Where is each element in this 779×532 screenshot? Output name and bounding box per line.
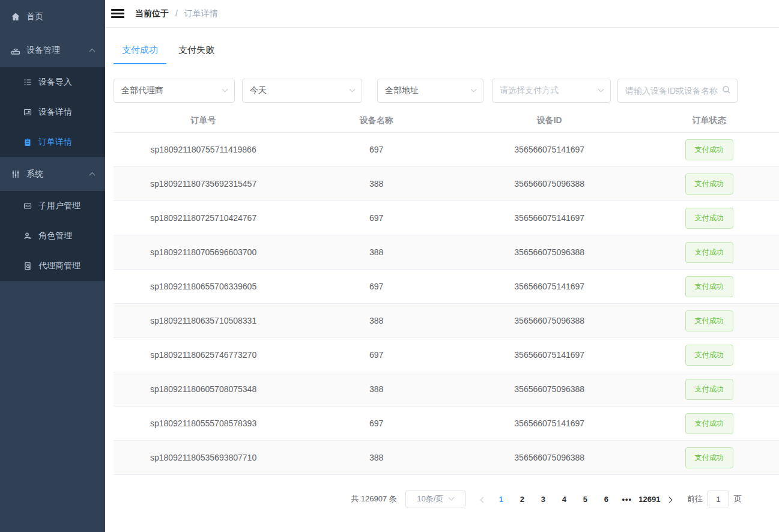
- status-badge[interactable]: 支付成功: [685, 413, 733, 434]
- page-size-value: 10条/页: [417, 494, 443, 504]
- orders-table: 订单号 设备名称 设备ID 订单状态 sp1809211807557114198…: [114, 109, 779, 475]
- cell-order-no: sp180921180635710508331: [114, 316, 293, 325]
- page-number-5[interactable]: 5: [576, 495, 594, 504]
- sidebar-item-label: 首页: [26, 11, 43, 22]
- sidebar-group-device[interactable]: 设备管理: [0, 34, 105, 67]
- chevron-down-icon: [598, 86, 604, 92]
- cell-device-id: 356566075141697: [459, 145, 639, 154]
- table-row: sp180921180755711419866 697 356566075141…: [114, 133, 779, 167]
- home-icon: [11, 12, 20, 22]
- sidebar-item-device-detail[interactable]: 设备详情: [0, 97, 105, 127]
- col-header-order-no: 订单号: [114, 115, 293, 126]
- sidebar-item-agent[interactable]: 代理商管理: [0, 251, 105, 281]
- breadcrumb: 当前位于 / 订单详情: [135, 8, 218, 19]
- cell-order-no: sp180921180655706339605: [114, 282, 293, 291]
- sidebar-item-order-detail[interactable]: 订单详情: [0, 127, 105, 157]
- tabs: 支付成功 支付失败: [114, 44, 779, 64]
- cell-device-name: 388: [293, 453, 459, 462]
- col-header-device-name: 设备名称: [293, 115, 459, 126]
- cell-device-name: 697: [293, 213, 459, 223]
- topbar: 当前位于 / 订单详情: [105, 0, 779, 28]
- more-pages-icon[interactable]: •••: [618, 495, 636, 504]
- sidebar-item-subuser[interactable]: 子用户管理: [0, 191, 105, 221]
- page-number-3[interactable]: 3: [534, 495, 552, 504]
- hamburger-menu-icon[interactable]: [111, 7, 124, 20]
- prev-page-button[interactable]: [476, 494, 491, 504]
- page-number-2[interactable]: 2: [513, 495, 531, 504]
- device-search-input[interactable]: [625, 86, 722, 95]
- status-badge[interactable]: 支付成功: [685, 208, 733, 229]
- main-panel: 当前位于 / 订单详情 支付成功 支付失败 全部代理商 今天: [105, 0, 779, 532]
- status-badge[interactable]: 支付成功: [685, 310, 733, 331]
- table-row: sp180921180735692315457 388 356566075096…: [114, 167, 779, 201]
- status-badge[interactable]: 支付成功: [685, 379, 733, 400]
- cell-device-id: 356566075096388: [459, 247, 639, 257]
- sidebar-item-label: 订单详情: [38, 137, 72, 148]
- status-badge[interactable]: 支付成功: [685, 447, 733, 468]
- sidebar-group-label: 系统: [26, 169, 43, 180]
- status-badge[interactable]: 支付成功: [685, 242, 733, 263]
- chevron-up-icon: [89, 172, 95, 178]
- sidebar-item-label: 代理商管理: [38, 261, 80, 271]
- sidebar-item-home[interactable]: 首页: [0, 0, 105, 34]
- address-select[interactable]: 全部地址: [377, 79, 483, 103]
- payment-select-placeholder: 请选择支付方式: [500, 85, 594, 96]
- page-size-select[interactable]: 10条/页: [405, 491, 465, 507]
- cell-order-no: sp180921180735692315457: [114, 179, 293, 189]
- chevron-down-icon: [471, 86, 477, 92]
- breadcrumb-separator: /: [175, 8, 178, 18]
- status-badge[interactable]: 支付成功: [685, 276, 733, 297]
- goto-page-input[interactable]: [708, 491, 729, 507]
- agent-select-value: 全部代理商: [121, 85, 218, 96]
- cell-device-id: 356566075096388: [459, 384, 639, 394]
- page-number-4[interactable]: 4: [555, 495, 573, 504]
- sidebar-group-system[interactable]: 系统: [0, 157, 105, 191]
- card-icon: [23, 107, 32, 117]
- sliders-icon: [11, 169, 20, 179]
- cell-order-no: sp180921180625746773270: [114, 350, 293, 360]
- chevron-up-icon: [89, 49, 95, 55]
- sidebar-item-role[interactable]: 角色管理: [0, 221, 105, 251]
- status-badge[interactable]: 支付成功: [685, 345, 733, 366]
- goto-page: 前往 页: [687, 491, 742, 507]
- cell-device-name: 388: [293, 316, 459, 325]
- cell-device-name: 697: [293, 419, 459, 428]
- cell-device-name: 388: [293, 179, 459, 189]
- cell-device-name: 697: [293, 282, 459, 291]
- agent-select[interactable]: 全部代理商: [114, 79, 235, 103]
- status-badge[interactable]: 支付成功: [685, 174, 733, 195]
- sidebar-submenu-device: 设备导入 设备详情: [0, 67, 105, 157]
- tab-pay-success[interactable]: 支付成功: [114, 44, 166, 64]
- sidebar-group-label: 设备管理: [26, 45, 60, 56]
- sidebar-item-device-import[interactable]: 设备导入: [0, 67, 105, 97]
- payment-select[interactable]: 请选择支付方式: [492, 79, 611, 103]
- page-number-6[interactable]: 6: [597, 495, 615, 504]
- page-number-last[interactable]: 12691: [638, 495, 660, 504]
- cell-device-name: 388: [293, 384, 459, 394]
- breadcrumb-current[interactable]: 订单详情: [184, 8, 218, 18]
- cell-device-id: 356566075141697: [459, 350, 639, 360]
- sidebar-item-label: 设备详情: [38, 107, 72, 118]
- table-row: sp180921180635710508331 388 356566075096…: [114, 304, 779, 338]
- cell-device-id: 356566075141697: [459, 282, 639, 291]
- chevron-down-icon: [449, 494, 455, 500]
- next-page-button[interactable]: [662, 494, 676, 504]
- page-number-1[interactable]: 1: [492, 495, 510, 504]
- filter-bar: 全部代理商 今天 全部地址 请选择支付方式: [114, 79, 779, 103]
- table-row: sp180921180655706339605 697 356566075141…: [114, 270, 779, 304]
- address-select-value: 全部地址: [385, 85, 467, 96]
- clipboard-icon: [23, 138, 32, 147]
- table-row: sp180921180555708578393 697 356566075141…: [114, 407, 779, 441]
- id-card-icon: [23, 201, 32, 211]
- cell-device-name: 388: [293, 247, 459, 257]
- app-window: 首页 设备管理 设备导入: [0, 0, 779, 532]
- status-badge[interactable]: 支付成功: [685, 139, 733, 160]
- table-row: sp180921180725710424767 697 356566075141…: [114, 201, 779, 235]
- cell-device-id: 356566075141697: [459, 213, 639, 223]
- sidebar-item-label: 子用户管理: [38, 201, 80, 211]
- device-search: [617, 79, 738, 103]
- date-select[interactable]: 今天: [242, 79, 362, 103]
- date-select-value: 今天: [250, 85, 345, 96]
- tab-pay-fail[interactable]: 支付失败: [170, 44, 223, 64]
- sidebar-item-label: 设备导入: [38, 77, 72, 88]
